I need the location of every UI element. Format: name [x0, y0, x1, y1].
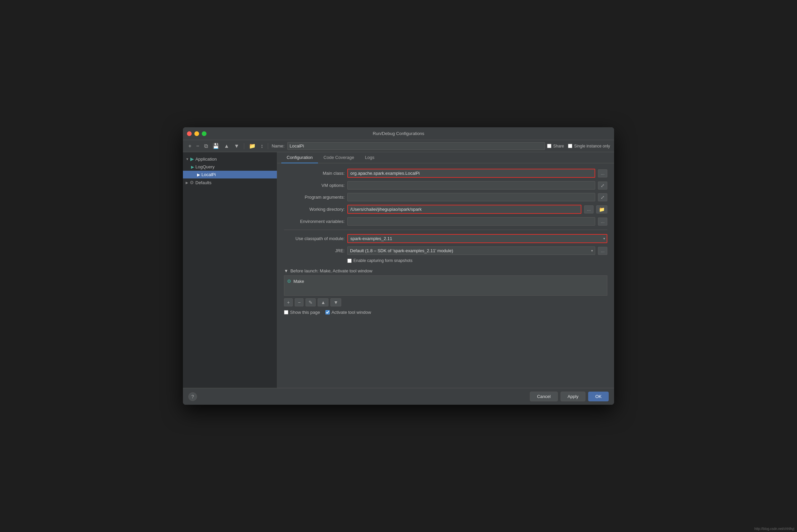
remove-config-button[interactable]: −: [195, 142, 200, 150]
sidebar-item-defaults[interactable]: ▶ ⚙ Defaults: [183, 178, 277, 187]
main-class-browse-button[interactable]: …: [598, 169, 607, 177]
before-launch-header[interactable]: ▼ Before launch: Make, Activate tool win…: [284, 268, 607, 273]
vm-options-input[interactable]: [347, 181, 595, 190]
working-dir-input[interactable]: [347, 205, 581, 214]
before-launch-up-button[interactable]: ▲: [318, 298, 329, 306]
enable-capturing-checkbox[interactable]: [347, 259, 352, 263]
cancel-button[interactable]: Cancel: [530, 392, 557, 401]
sidebar-item-localpi[interactable]: ▶ LocalPi: [183, 171, 277, 178]
make-label: Make: [293, 279, 304, 284]
expand-arrow-application: ▼: [186, 157, 189, 161]
name-input[interactable]: [288, 142, 545, 150]
window-controls[interactable]: [187, 131, 206, 136]
single-instance-checkbox-label[interactable]: Single instance only: [568, 144, 610, 149]
sort-button[interactable]: ↕: [259, 142, 264, 150]
sidebar-item-logquery[interactable]: ▶ LogQuery: [183, 163, 277, 171]
enable-capturing-text: Enable capturing form snapshots: [353, 258, 412, 263]
jre-browse-button[interactable]: …: [598, 247, 607, 255]
toolbar-separator: [244, 143, 244, 149]
main-class-row: Main class: …: [284, 169, 607, 178]
classpath-select-wrapper: spark-examples_2.11 ▾: [347, 234, 607, 243]
watermark: http://blog.csdn.net/chhlhyj: [755, 527, 794, 531]
folder-button[interactable]: 📁: [247, 142, 257, 150]
maximize-button[interactable]: [202, 131, 206, 136]
before-launch-remove-button[interactable]: −: [295, 298, 303, 306]
application-icon: ▶: [190, 156, 194, 162]
copy-config-button[interactable]: ⧉: [203, 142, 209, 150]
right-panel: Configuration Code Coverage Logs Main cl…: [277, 152, 614, 388]
classpath-row: Use classpath of module: spark-examples_…: [284, 234, 607, 243]
env-vars-browse-button[interactable]: …: [598, 217, 607, 226]
footer: ? Cancel Apply OK: [183, 388, 614, 405]
share-checkbox[interactable]: [547, 144, 552, 148]
show-page-text: Show this page: [290, 310, 320, 315]
show-page-label[interactable]: Show this page: [284, 310, 320, 315]
single-instance-label: Single instance only: [574, 144, 610, 149]
toolbar-right: Share Single instance only: [547, 144, 610, 149]
tab-configuration[interactable]: Configuration: [281, 152, 318, 163]
add-config-button[interactable]: +: [187, 142, 193, 150]
vm-options-row: VM options: ⤢: [284, 181, 607, 190]
activate-tool-label[interactable]: Activate tool window: [326, 310, 371, 315]
working-dir-browse-button[interactable]: …: [584, 205, 594, 213]
sidebar-item-localpi-label: LocalPi: [201, 172, 216, 177]
defaults-icon: ⚙: [190, 180, 194, 185]
show-page-checkbox[interactable]: [284, 310, 288, 315]
jre-select[interactable]: Default (1.8 – SDK of 'spark-examples_2.…: [347, 246, 595, 255]
activate-tool-text: Activate tool window: [332, 310, 371, 315]
window-title: Run/Debug Configurations: [373, 131, 424, 136]
minimize-button[interactable]: [194, 131, 199, 136]
bottom-options: Show this page Activate tool window: [284, 310, 607, 315]
before-launch-title: Before launch: Make, Activate tool windo…: [290, 268, 373, 273]
titlebar: Run/Debug Configurations: [183, 127, 614, 140]
enable-capturing-label[interactable]: Enable capturing form snapshots: [347, 258, 412, 263]
before-launch-edit-button[interactable]: ✎: [305, 298, 316, 306]
before-launch-down-button[interactable]: ▼: [331, 298, 341, 306]
before-launch-add-button[interactable]: +: [284, 298, 293, 306]
share-checkbox-label[interactable]: Share: [547, 144, 564, 149]
program-args-input[interactable]: [347, 193, 595, 201]
save-config-button[interactable]: 💾: [211, 142, 221, 150]
move-down-button[interactable]: ▼: [233, 142, 241, 150]
close-button[interactable]: [187, 131, 192, 136]
program-args-expand-button[interactable]: ⤢: [598, 193, 607, 201]
working-dir-label: Working directory:: [284, 207, 345, 212]
sidebar-item-defaults-label: Defaults: [196, 180, 211, 185]
make-icon: ⚙: [287, 279, 291, 284]
jre-row: JRE: Default (1.8 – SDK of 'spark-exampl…: [284, 246, 607, 255]
working-dir-icon-button[interactable]: 📁: [596, 205, 607, 213]
share-label: Share: [553, 144, 564, 149]
before-launch-arrow: ▼: [284, 268, 288, 273]
localpi-icon: ▶: [197, 172, 200, 177]
jre-select-wrapper: Default (1.8 – SDK of 'spark-examples_2.…: [347, 246, 595, 255]
vm-options-expand-button[interactable]: ⤢: [598, 182, 607, 190]
main-class-input[interactable]: [347, 169, 595, 178]
program-args-row: Program arguments: ⤢: [284, 193, 607, 201]
env-vars-row: Environment variables: …: [284, 217, 607, 226]
sidebar-item-application[interactable]: ▼ ▶ Application: [183, 155, 277, 163]
classpath-label: Use classpath of module:: [284, 236, 345, 241]
help-button[interactable]: ?: [188, 392, 197, 401]
before-launch-section: ▼ Before launch: Make, Activate tool win…: [284, 268, 607, 315]
env-vars-input[interactable]: [347, 217, 595, 226]
ok-button[interactable]: OK: [588, 392, 609, 401]
enable-capturing-row: Enable capturing form snapshots: [284, 258, 607, 263]
name-label: Name:: [272, 144, 284, 149]
classpath-select[interactable]: spark-examples_2.11: [347, 234, 607, 243]
make-item: ⚙ Make: [287, 278, 604, 285]
activate-tool-checkbox[interactable]: [326, 310, 330, 315]
tab-code-coverage[interactable]: Code Coverage: [318, 152, 359, 163]
move-up-button[interactable]: ▲: [223, 142, 231, 150]
env-vars-label: Environment variables:: [284, 219, 345, 224]
single-instance-checkbox[interactable]: [568, 144, 572, 148]
main-content: ▼ ▶ Application ▶ LogQuery ▶ LocalPi ▶ ⚙…: [183, 152, 614, 388]
before-launch-content: ⚙ Make: [284, 276, 607, 296]
section-divider: [284, 230, 607, 230]
footer-buttons: Cancel Apply OK: [530, 392, 609, 401]
apply-button[interactable]: Apply: [560, 392, 586, 401]
program-args-label: Program arguments:: [284, 195, 345, 200]
tab-logs[interactable]: Logs: [359, 152, 379, 163]
tabs-bar: Configuration Code Coverage Logs: [277, 152, 614, 163]
config-panel: Main class: … VM options: ⤢ Program argu…: [277, 163, 614, 388]
sidebar-item-application-label: Application: [196, 156, 217, 162]
